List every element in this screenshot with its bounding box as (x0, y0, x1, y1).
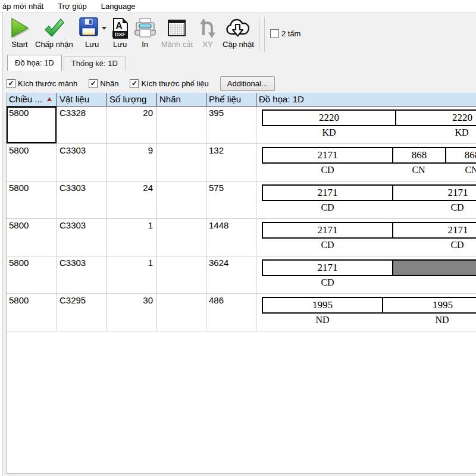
piece-code: CD (263, 277, 392, 288)
printer-icon (134, 17, 156, 39)
cloud-download-icon (225, 17, 251, 39)
toolbar-button-label: Chấp nhận (35, 40, 73, 49)
additional-button[interactable]: Additional... (220, 76, 275, 91)
print-button[interactable]: In (134, 17, 156, 49)
checkbox-icon[interactable]: ✓ (130, 79, 139, 88)
cell-phe-lieu[interactable]: 1448 (206, 219, 256, 256)
checkmark-icon: ✓ (90, 80, 96, 87)
option-checkbox-1[interactable]: ✓Nhãn (89, 79, 118, 88)
cell-vat-lieu[interactable]: C3295 (57, 294, 107, 331)
column-header-so-luong[interactable]: Số lượng (107, 93, 157, 106)
menu-item-language[interactable]: Language (99, 1, 137, 11)
start-button[interactable]: Start (9, 17, 30, 49)
svg-text:DXF: DXF (115, 32, 126, 37)
tab-do-hoa-1d[interactable]: Đồ họa: 1D (7, 55, 62, 71)
cell-so-luong[interactable]: 24 (107, 181, 157, 218)
table-row[interactable]: 5800C330391322171868868CDCNCN (7, 144, 476, 181)
cell-vat-lieu[interactable]: C3303 (57, 219, 107, 256)
piece-code: CD (392, 240, 476, 250)
cell-so-luong[interactable]: 1 (107, 256, 157, 293)
swap-axes-icon (198, 17, 218, 39)
grid-body: 5800C33282039522202220KDKD5800C330391322… (7, 107, 476, 331)
cell-do-hoa[interactable]: 21712171CDCD (256, 181, 476, 218)
table-row[interactable]: 5800C3303136242171CD (7, 256, 476, 294)
cell-chieu[interactable]: 5800 (7, 256, 57, 293)
table-row[interactable]: 5800C33032457521712171CDCD (7, 181, 476, 219)
toolbar-separator (259, 17, 259, 52)
cell-nhan[interactable] (157, 107, 206, 143)
table-row[interactable]: 5800C33031144821712171CDCD (7, 219, 476, 256)
cell-nhan[interactable] (157, 219, 206, 256)
cell-nhan[interactable] (157, 256, 206, 293)
save-dropdown-arrow-icon[interactable] (102, 27, 107, 30)
cell-so-luong[interactable]: 20 (107, 107, 157, 143)
piece-code: CD (263, 202, 392, 213)
cell-phe-lieu[interactable]: 132 (206, 144, 256, 181)
bar-segment: 1995 (263, 298, 382, 312)
column-header-nhan[interactable]: Nhãn (157, 93, 206, 106)
piece-code-row: CDCNCN (263, 164, 476, 176)
cell-phe-lieu[interactable]: 3624 (206, 256, 256, 293)
table-row[interactable]: 5800C32953048619951995NDND (7, 294, 476, 331)
cell-vat-lieu[interactable]: C3303 (57, 144, 107, 181)
tab-thong-ke-1d[interactable]: Thống kê: 1D (64, 57, 126, 70)
cell-nhan[interactable] (157, 294, 206, 331)
piece-code: KD (263, 127, 395, 138)
svg-text:A: A (115, 21, 123, 31)
accept-button[interactable]: Chấp nhận (35, 17, 73, 49)
menu-item-help[interactable]: Trợ giúp (56, 1, 89, 11)
cell-nhan[interactable] (157, 181, 206, 218)
cell-chieu[interactable]: 5800 (7, 107, 57, 143)
option-checkbox-2[interactable]: ✓Kích thước phế liệu (130, 79, 208, 88)
cell-do-hoa[interactable]: 2171CD (256, 256, 476, 293)
cell-so-luong[interactable]: 30 (107, 294, 157, 331)
cell-nhan[interactable] (157, 144, 206, 181)
toolbar-button-label: Cập nhật (223, 40, 254, 49)
checkmark-icon: ✓ (131, 80, 137, 87)
cell-phe-lieu[interactable]: 395 (206, 107, 256, 143)
grid-header-row: Chiều ... Vật liệu Số lượng Nhãn Phế liệ… (7, 93, 476, 107)
save-button[interactable]: Lưu (78, 17, 107, 49)
cell-do-hoa[interactable]: 21712171CDCD (256, 219, 476, 256)
play-icon (9, 17, 30, 39)
cell-chieu[interactable]: 5800 (7, 219, 57, 256)
cell-do-hoa[interactable]: 2171868868CDCNCN (256, 144, 476, 181)
cell-phe-lieu[interactable]: 575 (206, 181, 256, 218)
cell-vat-lieu[interactable]: C3303 (57, 256, 107, 293)
column-header-vat-lieu[interactable]: Vật liệu (57, 93, 107, 106)
stock-bar: 21712171 (262, 184, 476, 201)
column-header-do-hoa[interactable]: Đồ họa: 1D (256, 93, 476, 106)
two-sheets-checkbox[interactable]: 2 tấm (270, 29, 301, 38)
cell-chieu[interactable]: 5800 (7, 144, 57, 181)
table-row[interactable]: 5800C33282039522202220KDKD (7, 107, 476, 144)
column-header-phe-lieu[interactable]: Phế liệu (206, 93, 256, 106)
toolbar-button-label: Start (11, 40, 27, 49)
option-checkbox-0[interactable]: ✓Kích thước mảnh (7, 79, 77, 88)
cell-do-hoa[interactable]: 22202220KDKD (256, 107, 476, 143)
bar-segment: 2171 (263, 223, 392, 237)
update-button[interactable]: Cập nhật (223, 17, 254, 49)
cell-vat-lieu[interactable]: C3328 (57, 107, 107, 143)
piece-code: CD (263, 165, 392, 176)
cell-chieu[interactable]: 5800 (7, 294, 57, 331)
save-dxf-button[interactable]: A DXF Lưu (111, 17, 129, 49)
cell-phe-lieu[interactable]: 486 (206, 294, 256, 331)
stock-bar: 21712171 (262, 222, 476, 239)
option-checkbox-label: Kích thước mảnh (18, 79, 77, 88)
cell-do-hoa[interactable]: 19951995NDND (256, 294, 476, 331)
checkbox-icon[interactable]: ✓ (7, 79, 15, 88)
checkbox-icon[interactable]: ✓ (89, 79, 98, 88)
cutting-bar: 19951995NDND (262, 297, 476, 325)
column-header-chieu[interactable]: Chiều ... (7, 93, 57, 106)
xy-swap-button: XY (198, 17, 218, 49)
cell-so-luong[interactable]: 9 (107, 144, 157, 181)
checkbox-icon[interactable] (270, 29, 279, 38)
piece-code: KD (395, 127, 476, 138)
cell-vat-lieu[interactable]: C3303 (57, 181, 107, 218)
cell-so-luong[interactable]: 1 (107, 219, 157, 256)
dxf-file-icon: A DXF (111, 17, 129, 39)
cutting-bar: 21712171CDCD (262, 184, 476, 213)
bar-segment: 2171 (392, 223, 476, 237)
cell-chieu[interactable]: 5800 (7, 181, 57, 218)
menu-item-update-latest[interactable]: áp mới nhất (1, 1, 45, 11)
